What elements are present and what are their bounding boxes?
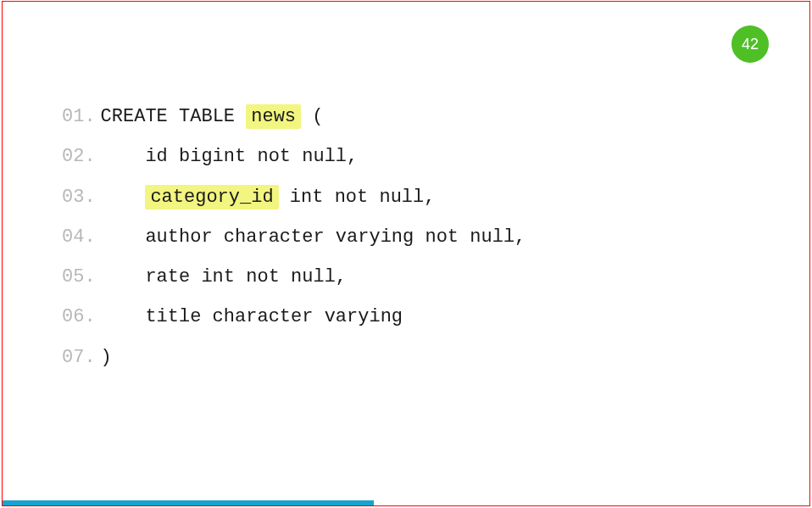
code-text: CREATE TABLE [101,106,247,127]
line-number: 07. [62,347,96,368]
code-block: 01.CREATE TABLE news (02. id bigint not … [62,97,526,377]
code-line: 03. category_id int not null, [62,177,526,217]
slide-number: 42 [742,36,759,53]
code-line: 06. title character varying [62,297,526,337]
slide-frame: 42 01.CREATE TABLE news (02. id bigint n… [2,1,810,506]
line-number: 04. [62,226,96,248]
code-text: rate int not null, [145,266,347,287]
line-number: 06. [62,306,96,327]
line-number: 01. [62,106,96,127]
line-number: 02. [62,146,96,167]
code-line: 05. rate int not null, [62,257,526,297]
highlighted-token: category_id [145,185,278,209]
line-number: 05. [62,266,96,287]
indent [101,177,146,217]
code-line: 04. author character varying not null, [62,217,526,257]
indent [101,297,146,337]
indent [101,217,146,257]
line-number: 03. [62,187,96,208]
code-line: 01.CREATE TABLE news ( [62,97,526,137]
indent [101,257,146,297]
code-text: int not null, [279,187,436,208]
highlighted-token: news [246,104,301,129]
code-text: ) [101,347,112,368]
code-text: ( [301,106,323,127]
slide-number-badge: 42 [731,25,769,63]
progress-bar [3,500,374,505]
code-text: title character varying [145,306,403,327]
indent [101,137,146,176]
code-text: id bigint not null, [145,146,358,167]
code-line: 02. id bigint not null, [62,137,526,176]
code-line: 07.) [62,338,526,377]
code-text: author character varying not null, [145,226,526,248]
